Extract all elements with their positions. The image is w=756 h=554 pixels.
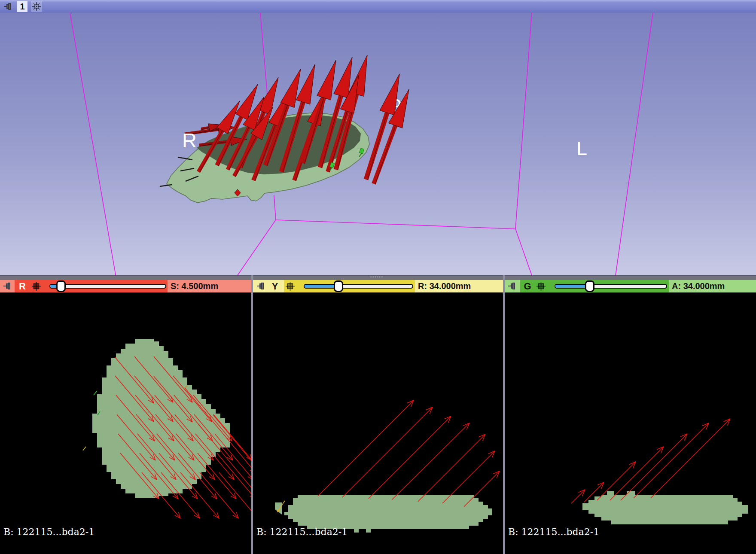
vertical-splitter-1[interactable] xyxy=(251,275,253,554)
slider-handle[interactable] xyxy=(56,280,66,292)
slice-offset-slider[interactable] xyxy=(304,284,413,289)
volume-label-green: B: 122115...bda2-1 xyxy=(508,527,599,537)
orientation-label-right: R xyxy=(182,128,197,152)
pin-icon[interactable] xyxy=(256,282,265,292)
slice-offset-value[interactable]: S: 4.500mm xyxy=(168,280,218,292)
slice-offset-slider[interactable] xyxy=(555,284,667,289)
slice-controller-red: R S: 4.500mm xyxy=(0,280,251,292)
slider-handle[interactable] xyxy=(585,280,594,292)
pin-icon[interactable] xyxy=(3,282,12,292)
orientation-label-left: L xyxy=(576,137,587,160)
slice-offset-value[interactable]: R: 34.000mm xyxy=(415,280,471,292)
volume-label-yellow: B: 122115...bda2-1 xyxy=(256,527,348,537)
center-view-button[interactable] xyxy=(31,1,42,12)
slicer-main-window: 1 P R L •••••• R xyxy=(0,0,756,554)
slice-letter-yellow: Y xyxy=(268,280,281,292)
slice-visibility-icon[interactable] xyxy=(286,282,295,291)
offset-value-zone[interactable]: A: 34.000mm xyxy=(669,280,756,292)
slice-letter-green: G xyxy=(521,280,534,292)
view3d-viewport[interactable]: P xyxy=(0,13,756,275)
volume-label-red: B: 122115...bda2-1 xyxy=(3,527,94,537)
slice-view-green[interactable] xyxy=(505,292,756,554)
slider-handle[interactable] xyxy=(334,280,343,292)
splitter-grip[interactable]: •••••• xyxy=(370,275,384,279)
crosshair-icon xyxy=(32,2,41,11)
slice-visibility-icon[interactable] xyxy=(537,282,546,291)
slice-controller-green: G A: 34.000mm xyxy=(505,280,756,292)
offset-value-zone[interactable]: S: 4.500mm xyxy=(168,280,251,292)
view3d-controller-bar: 1 xyxy=(0,0,756,13)
slice-view-red[interactable] xyxy=(0,292,251,554)
slice-controller-yellow: Y R: 34.000mm xyxy=(253,280,503,292)
slice-view-yellow[interactable] xyxy=(253,292,503,554)
slice-offset-slider[interactable] xyxy=(49,284,166,289)
offset-value-zone[interactable]: R: 34.000mm xyxy=(415,280,503,292)
horizontal-splitter[interactable]: •••••• xyxy=(0,275,756,280)
slice-visibility-icon[interactable] xyxy=(32,282,41,291)
slice-offset-value[interactable]: A: 34.000mm xyxy=(669,280,725,292)
pin-icon[interactable] xyxy=(3,2,12,11)
vertical-splitter-2[interactable] xyxy=(503,275,505,554)
pin-icon[interactable] xyxy=(508,282,516,292)
view3d-name-label: 1 xyxy=(17,1,27,12)
slice-letter-red: R xyxy=(16,280,28,292)
